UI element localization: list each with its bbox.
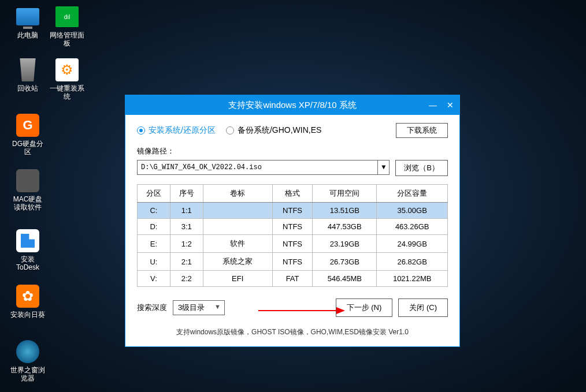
cell: 23.19GB [313,235,377,253]
icon-label: MAC硬盘读取软件 [10,195,45,211]
cell: 24.99GB [377,235,448,253]
cell [203,203,272,219]
th-format: 格式 [272,185,313,203]
icon-label: 安装向日葵 [10,311,45,319]
th-cap: 分区容量 [377,185,448,203]
icon-label: 世界之窗浏览器 [10,366,45,382]
radio-dot-icon [137,126,145,135]
table-header-row: 分区 序号 卷标 格式 可用空间 分区容量 [138,185,448,203]
cell: NTFS [272,203,313,219]
recycle-icon [18,58,38,81]
th-label: 卷标 [203,185,272,203]
path-value: D:\G_WIN7_X64_OK_V2022.04.iso [141,163,262,171]
icon-label: 一键重装系统 [50,84,84,100]
radio-backup[interactable]: 备份系统/GHO,WIN,ES [226,125,321,136]
partition-table: 分区 序号 卷标 格式 可用空间 分区容量 C:1:1NTFS13.51GB35… [137,184,448,287]
desktop-icon-net-panel[interactable]: 网络管理面板 [50,5,84,47]
depth-label: 搜索深度 [137,303,167,313]
path-input[interactable]: D:\G_WIN7_X64_OK_V2022.04.iso ▼ [137,160,390,175]
cell: 463.26GB [377,219,448,235]
icon-label: DG硬盘分区 [10,140,45,156]
desktop-icon-mac[interactable]: MAC硬盘读取软件 [10,169,45,211]
close-button[interactable]: ✕ [446,100,455,110]
icon-label: 网络管理面板 [50,31,84,47]
desktop-icon-browser[interactable]: 世界之窗浏览器 [10,339,45,382]
radio-label: 备份系统/GHO,WIN,ES [238,125,321,136]
cell: NTFS [272,235,313,253]
panel-icon [55,6,79,27]
icon-label: 回收站 [10,84,45,92]
path-label: 镜像路径： [137,146,448,156]
desktop-icon-reinstall[interactable]: 一键重装系统 [50,58,84,100]
cell: 1021.22MB [377,271,448,287]
desktop-icon-todesk[interactable]: 安装ToDesk [10,229,45,271]
cell: EFI [203,271,272,287]
download-button[interactable]: 下载系统 [396,123,448,138]
next-button[interactable]: 下一步 (N) [336,298,393,317]
cell: 35.00GB [377,203,448,219]
cell: 447.53GB [313,219,377,235]
cell: NTFS [272,253,313,271]
cell: 系统之家 [203,253,272,271]
desktop-icon-this-pc[interactable]: 此电脑 [10,5,45,39]
radio-label: 安装系统/还原分区 [149,125,216,136]
icon-label: 安装ToDesk [10,255,45,271]
icon-label: 此电脑 [10,31,45,39]
cell: 3:1 [170,219,203,235]
table-row[interactable]: V:2:2EFIFAT546.45MB1021.22MB [138,271,448,287]
globe-icon [16,340,39,363]
apple-icon [16,169,39,192]
todesk-icon [16,229,39,252]
cell: 546.45MB [313,271,377,287]
radio-dot-icon [226,126,234,135]
th-index: 序号 [170,185,203,203]
table-row[interactable]: D:3:1NTFS447.53GB463.26GB [138,219,448,235]
dg-icon: G [16,114,39,137]
footer-text: 支持windows原版镜像，GHOST ISO镜像，GHO,WIM,ESD镜像安… [137,323,448,341]
gear-icon [55,58,79,81]
cell: E: [138,235,170,253]
close-dialog-button[interactable]: 关闭 (C) [398,298,448,317]
depth-select[interactable]: 3级目录 [173,300,225,315]
cell: NTFS [272,219,313,235]
cell: U: [138,253,170,271]
cell: 软件 [203,235,272,253]
cell: 1:1 [170,203,203,219]
table-row[interactable]: C:1:1NTFS13.51GB35.00GB [138,203,448,219]
depth-value: 3级目录 [178,303,205,312]
desktop-icon-sunflower[interactable]: ✿ 安装向日葵 [10,284,45,319]
cell: 26.82GB [377,253,448,271]
desktop-icon-recycle[interactable]: 回收站 [10,58,45,92]
cell: 2:2 [170,271,203,287]
installer-window: 支持安装windows XP/7/8/10 系统 — ✕ 安装系统/还原分区 备… [125,95,460,347]
cell: 2:1 [170,253,203,271]
sunflower-icon: ✿ [16,285,39,308]
table-row[interactable]: U:2:1系统之家NTFS26.73GB26.82GB [138,253,448,271]
cell: FAT [272,271,313,287]
cell: 13.51GB [313,203,377,219]
pc-icon [16,8,39,25]
annotation-arrow [258,305,345,310]
radio-install[interactable]: 安装系统/还原分区 [137,125,216,136]
browse-button[interactable]: 浏览（B） [395,160,448,176]
desktop-icon-dg[interactable]: G DG硬盘分区 [10,113,45,156]
minimize-button[interactable]: — [428,100,437,110]
cell: D: [138,219,170,235]
th-free: 可用空间 [313,185,377,203]
table-row[interactable]: E:1:2软件NTFS23.19GB24.99GB [138,235,448,253]
cell [203,219,272,235]
cell: V: [138,271,170,287]
window-title: 支持安装windows XP/7/8/10 系统 [228,100,357,111]
chevron-down-icon[interactable]: ▼ [377,160,389,174]
cell: 1:2 [170,235,203,253]
cell: 26.73GB [313,253,377,271]
th-partition: 分区 [138,185,170,203]
titlebar[interactable]: 支持安装windows XP/7/8/10 系统 — ✕ [125,95,459,115]
cell: C: [138,203,170,219]
